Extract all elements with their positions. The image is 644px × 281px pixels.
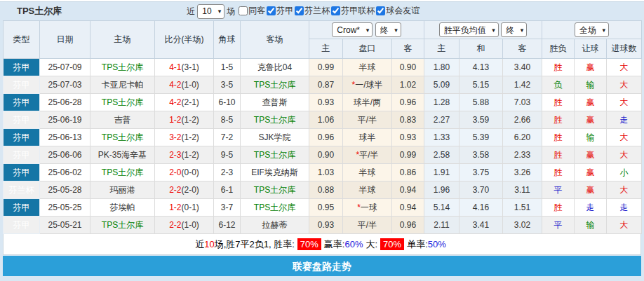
away-team-cell[interactable]: TPS土尔库: [241, 111, 309, 129]
ah-line-cell: 平/半: [343, 217, 392, 234]
away-team-cell[interactable]: 克鲁比04: [241, 59, 309, 76]
eu-draw-odds-cell: 5.15: [459, 76, 503, 94]
col-eu-home: 主: [424, 39, 459, 59]
col-corner: 角球: [214, 21, 241, 59]
eu-away-odds-cell: 6.20: [503, 129, 542, 146]
home-team-cell[interactable]: TPS土尔库: [90, 59, 155, 76]
eu-away-odds-cell: 1.42: [503, 76, 542, 94]
corner-cell: 1-5: [214, 59, 241, 76]
eu-source-select[interactable]: 胜平负均值: [439, 22, 499, 37]
home-team-cell[interactable]: TPS土尔库: [90, 217, 155, 234]
league-type-cell: 芬甲: [4, 146, 40, 164]
home-team-cell[interactable]: TPS土尔库: [90, 94, 155, 111]
goals-result-cell: 小: [607, 164, 642, 181]
eu-draw-odds-cell: 3.58: [459, 146, 503, 164]
filter-芬甲[interactable]: 芬甲: [267, 5, 293, 17]
ah-line-cell: *平/半: [343, 146, 392, 164]
filter-checkbox[interactable]: [267, 6, 276, 15]
league-type-cell: 芬甲: [4, 164, 40, 181]
ah-line-cell: *一/球半: [343, 76, 392, 94]
filter-芬兰杯[interactable]: 芬兰杯: [295, 5, 330, 17]
result-cell: 负: [542, 76, 575, 94]
league-type-cell: 芬甲: [4, 217, 40, 234]
handicap-result-cell: 赢: [575, 111, 607, 129]
away-team-cell[interactable]: 查普斯: [241, 94, 309, 111]
win-rate-badge: 70%: [297, 238, 321, 250]
home-team-cell[interactable]: 玛丽港: [90, 181, 155, 199]
home-team-cell[interactable]: PK-35海辛基: [90, 146, 155, 164]
col-type: 类型: [4, 21, 40, 59]
score-cell: 2-2(2-0): [155, 181, 214, 199]
filter-checkbox[interactable]: [239, 6, 248, 15]
ah-away-odds-cell: 0.94: [392, 199, 424, 217]
score-cell: 3-2(1-2): [155, 129, 214, 146]
home-team-cell[interactable]: TPS土尔库: [90, 129, 155, 146]
match-row: 芬甲 25-05-25 莎埃帕 1-2(0-1) 3-7 TPS土尔库 0.95…: [4, 199, 642, 217]
eu-time-select[interactable]: 终: [501, 22, 527, 37]
match-row: 芬甲 25-07-03 卡亚尼卡帕 4-2(1-0) 3-5 TPS土尔库 0.…: [4, 76, 642, 94]
home-team-cell[interactable]: 卡亚尼卡帕: [90, 76, 155, 94]
date-cell: 25-07-09: [40, 59, 90, 76]
goals-result-cell: 大: [607, 94, 642, 111]
team-title: TPS土尔库: [3, 5, 62, 18]
league-trend-title: 联赛盘路走势: [293, 261, 351, 273]
league-trend-section-header: 联赛盘路走势: [3, 256, 641, 276]
filter-checkbox[interactable]: [331, 6, 340, 15]
eu-home-odds-cell: 1.96: [424, 181, 459, 199]
home-team-cell[interactable]: 莎埃帕: [90, 199, 155, 217]
handicap-result-cell: 走: [575, 199, 607, 217]
date-cell: 25-06-19: [40, 111, 90, 129]
eu-home-odds-cell: 2.58: [424, 146, 459, 164]
home-team-cell[interactable]: TPS土尔库: [90, 164, 155, 181]
stats-summary: 近10场,胜7平2负1, 胜率: 70% 赢率:60% 大: 70% 单率:50…: [3, 234, 641, 255]
goals-result-cell: 大: [607, 59, 642, 76]
matches-table: 类型 日期 主场 比分(半场) 角球 客场 Crow* 终 胜平负均值 终 全场: [3, 20, 642, 234]
away-team-cell[interactable]: 拉赫蒂: [241, 217, 309, 234]
ah-home-odds-cell: 0.96: [309, 129, 343, 146]
handicap-result-cell: 赢: [575, 94, 607, 111]
ah-time-select[interactable]: 终: [375, 22, 401, 37]
corner-cell: 6-1: [214, 181, 241, 199]
eu-draw-odds-cell: 3.75: [459, 164, 503, 181]
eu-draw-odds-cell: 5.39: [459, 129, 503, 146]
col-handicap-result: 让球: [575, 39, 607, 59]
corner-cell: 7-2: [214, 129, 241, 146]
away-team-cell[interactable]: TPS土尔库: [241, 76, 309, 94]
recent-count-select[interactable]: 10: [197, 4, 224, 19]
eu-draw-odds-cell: 3.59: [459, 111, 503, 129]
handicap-result-cell: 赢: [575, 164, 607, 181]
result-cell: 胜: [542, 129, 575, 146]
away-team-cell[interactable]: TPS土尔库: [241, 181, 309, 199]
home-team-cell[interactable]: 吉普: [90, 111, 155, 129]
away-team-cell[interactable]: TPS土尔库: [241, 146, 309, 164]
ah-away-odds-cell: 1.02: [392, 76, 424, 94]
score-cell: 2-3(1-2): [155, 146, 214, 164]
recent-count-select-wrap: 10: [197, 4, 224, 19]
away-team-cell[interactable]: EIF埃克纳斯: [241, 164, 309, 181]
filter-球会友谊[interactable]: 球会友谊: [376, 5, 420, 17]
filter-芬甲联杯[interactable]: 芬甲联杯: [331, 5, 375, 17]
filter-checkbox[interactable]: [376, 6, 385, 15]
ah-line-cell: *一球: [343, 199, 392, 217]
away-team-cell[interactable]: TPS土尔库: [241, 199, 309, 217]
score-cell: 4-2(1-0): [155, 76, 214, 94]
stats-recent-count: 10: [204, 239, 214, 249]
scope-select[interactable]: 全场: [575, 22, 609, 37]
result-cell: 胜: [542, 199, 575, 217]
date-cell: 25-05-25: [40, 199, 90, 217]
filter-label: 芬兰杯: [304, 5, 330, 17]
bookmaker-select[interactable]: Crow*: [332, 22, 373, 37]
ah-home-odds-cell: 0.88: [309, 181, 343, 199]
date-cell: 25-06-28: [40, 94, 90, 111]
ah-away-odds-cell: 0.94: [392, 181, 424, 199]
filter-checkbox[interactable]: [295, 6, 304, 15]
eu-draw-odds-cell: 5.88: [459, 94, 503, 111]
away-team-cell[interactable]: SJK学院: [241, 129, 309, 146]
odd-rate-value: 50%: [428, 239, 446, 249]
ah-home-odds-cell: 1.03: [309, 164, 343, 181]
col-eu-away: 客: [503, 39, 542, 59]
col-eu-draw: 和: [459, 39, 503, 59]
ah-away-odds-cell: 0.99: [392, 146, 424, 164]
filter-同客[interactable]: 同客: [239, 5, 265, 17]
filter-label: 球会友谊: [386, 5, 420, 17]
